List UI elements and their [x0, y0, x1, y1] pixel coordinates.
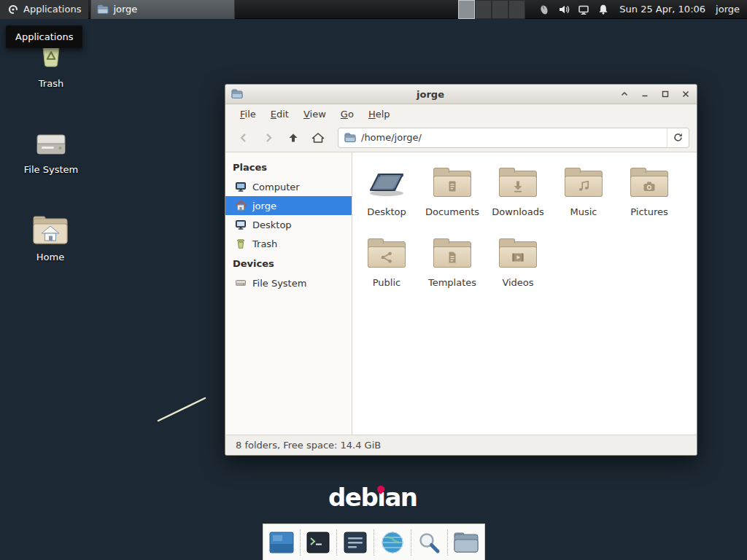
clock[interactable]: Sun 25 Apr, 10:06 [619, 4, 705, 15]
workspace-2[interactable] [475, 0, 492, 19]
forward-button[interactable] [258, 128, 279, 148]
file-item-music[interactable]: Music [551, 158, 616, 229]
desktop-icon-file-system[interactable]: File System [16, 124, 86, 175]
folder-icon [344, 132, 356, 144]
sidebar-item-file-system[interactable]: File System [225, 273, 352, 292]
titlebar[interactable]: jorge [225, 85, 697, 104]
desktop-icon [235, 219, 247, 230]
close-button[interactable] [681, 89, 691, 99]
file-item-desktop[interactable]: Desktop [354, 158, 419, 229]
trash-icon [235, 238, 247, 249]
toolbar: /home/jorge/ [225, 123, 697, 152]
dock-separator [411, 529, 411, 556]
computer-icon [235, 181, 247, 192]
terminal-icon[interactable] [303, 528, 333, 557]
window-folder-icon [231, 88, 243, 100]
mouse-settings-icon[interactable] [538, 4, 550, 15]
pictures-folder-icon [630, 164, 669, 201]
workspace-3[interactable] [492, 0, 508, 19]
file-item-templates[interactable]: Templates [419, 229, 485, 300]
sidebar-item-trash[interactable]: Trash [225, 234, 352, 253]
file-item-downloads[interactable]: Downloads [485, 158, 551, 229]
dock-separator [374, 529, 374, 556]
home-button[interactable] [307, 128, 329, 148]
file-label: Public [373, 277, 400, 288]
file-label: Downloads [492, 206, 543, 217]
location-text: /home/jorge/ [361, 132, 662, 143]
workspace-4[interactable] [508, 0, 525, 19]
applications-menu-button[interactable]: Applications [0, 0, 88, 19]
places-header: Places [225, 157, 352, 177]
console-icon[interactable] [341, 528, 370, 557]
web-browser-icon[interactable] [378, 528, 407, 557]
menu-edit[interactable]: Edit [263, 106, 296, 122]
public-folder-icon [367, 235, 406, 271]
music-folder-icon [564, 164, 603, 201]
home-icon [235, 200, 247, 211]
desktop-icon-label: Trash [16, 78, 86, 89]
status-text: 8 folders, Free space: 14.4 GiB [236, 440, 381, 451]
back-button[interactable] [233, 128, 255, 148]
desktop-screen: Applications jorge [0, 0, 747, 560]
sidebar: Places Computer jorge [225, 152, 352, 435]
menubar: File Edit View Go Help [225, 104, 697, 123]
applications-menu-label: Applications [23, 4, 81, 15]
sidebar-item-jorge[interactable]: jorge [225, 196, 352, 215]
taskbar-window-label: jorge [113, 4, 137, 15]
desktop-icon-label: Home [15, 252, 85, 262]
window-controls [619, 89, 691, 99]
file-label: Documents [425, 206, 479, 217]
file-manager-icon[interactable] [452, 528, 481, 557]
file-list: Desktop Documents [352, 152, 697, 435]
file-item-videos[interactable]: Videos [485, 229, 551, 300]
downloads-folder-icon [498, 164, 538, 201]
file-item-documents[interactable]: Documents [419, 158, 485, 229]
file-label: Pictures [630, 206, 667, 217]
sidebar-item-computer[interactable]: Computer [225, 177, 352, 196]
workspace-switcher [458, 0, 525, 19]
session-user-button[interactable]: jorge [716, 4, 740, 15]
file-item-pictures[interactable]: Pictures [616, 158, 682, 229]
home-folder-icon [15, 211, 85, 246]
devices-header: Devices [225, 253, 352, 273]
volume-icon[interactable] [558, 4, 570, 15]
desktop-preferences-icon[interactable] [267, 528, 296, 557]
workspace-1[interactable] [458, 0, 475, 19]
menu-file[interactable]: File [233, 106, 263, 122]
sidebar-item-label: File System [252, 278, 306, 289]
templates-folder-icon [433, 235, 472, 271]
maximize-button[interactable] [660, 89, 670, 99]
menu-go[interactable]: Go [333, 106, 361, 122]
applications-tooltip: Applications [6, 26, 82, 48]
drive-icon [235, 277, 247, 289]
notifications-bell-icon[interactable] [597, 4, 609, 15]
file-label: Templates [428, 277, 476, 288]
statusbar: 8 folders, Free space: 14.4 GiB [225, 435, 697, 455]
sidebar-item-label: Desktop [252, 219, 292, 230]
reload-button[interactable] [667, 128, 689, 147]
debian-logo: debian [328, 481, 417, 516]
top-panel: Applications jorge [0, 0, 747, 19]
menu-view[interactable]: View [296, 106, 333, 122]
file-label: Music [570, 206, 597, 217]
menu-help[interactable]: Help [361, 106, 398, 122]
file-label: Desktop [367, 206, 406, 217]
minimize-button[interactable] [640, 89, 650, 99]
file-item-public[interactable]: Public [354, 229, 419, 300]
file-label: Videos [502, 277, 533, 288]
videos-folder-icon [498, 235, 538, 271]
system-tray [538, 4, 609, 15]
application-finder-icon[interactable] [414, 528, 444, 557]
display-icon[interactable] [578, 4, 589, 15]
sidebar-item-desktop[interactable]: Desktop [225, 215, 352, 234]
dock-separator [336, 529, 337, 556]
bottom-dock [263, 524, 485, 560]
desktop-icon-home[interactable]: Home [15, 211, 85, 262]
shade-button[interactable] [619, 89, 630, 99]
taskbar-window-button[interactable]: jorge [90, 0, 235, 19]
location-bar[interactable]: /home/jorge/ [338, 128, 689, 148]
up-button[interactable] [282, 128, 304, 148]
debian-logo-text: debian [328, 483, 417, 512]
file-manager-window-icon [97, 4, 109, 15]
documents-folder-icon [433, 164, 472, 201]
